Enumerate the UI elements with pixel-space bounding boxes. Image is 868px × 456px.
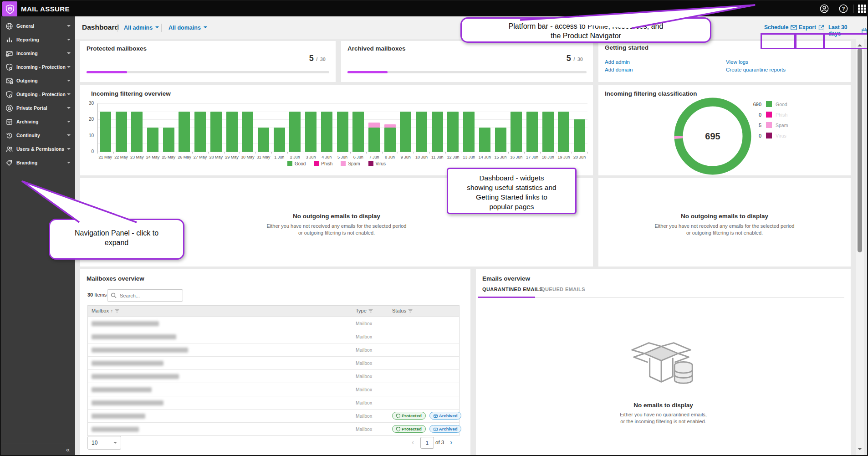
- date-range-button[interactable]: Last 30 days: [828, 24, 867, 37]
- bar-chart-legend: GoodPhishSpamVirus: [80, 161, 593, 166]
- x-axis-tick: 29 May: [224, 155, 240, 159]
- sidebar-item-users-permissions[interactable]: Users & Permissions: [1, 142, 75, 156]
- mailbox-type: Mailbox: [356, 400, 372, 405]
- chevron-down-icon: [67, 52, 71, 56]
- platform-bar: MAIL ASSURE ?: [1, 1, 867, 16]
- legend-item-virus: Virus: [368, 161, 386, 166]
- x-axis-tick: 17 Jun: [524, 155, 540, 159]
- x-axis-tick: 24 May: [145, 155, 161, 159]
- callout-navigation-panel: Navigation Panel - click toexpand: [49, 219, 184, 260]
- table-row[interactable]: Mailbox: [88, 330, 459, 343]
- x-axis-tick: 31 May: [255, 155, 271, 159]
- add-domain-link[interactable]: Add domain: [605, 67, 633, 72]
- vertical-scrollbar[interactable]: [856, 39, 864, 455]
- sidebar-item-outgoing[interactable]: Outgoing: [1, 74, 75, 87]
- x-axis-tick: 3 Jun: [303, 155, 319, 159]
- mailbox-type: Mailbox: [356, 347, 372, 353]
- scroll-down-arrow[interactable]: [858, 448, 862, 452]
- add-admin-link[interactable]: Add admin: [605, 59, 630, 65]
- sidebar-item-incoming[interactable]: Incoming: [1, 46, 75, 60]
- sidebar-item-outgoing-protection[interactable]: Outgoing - Protection: [1, 87, 75, 101]
- sidebar-item-branding[interactable]: Branding: [1, 156, 75, 169]
- scroll-up-arrow[interactable]: [858, 42, 862, 46]
- bar-good: [131, 112, 143, 152]
- table-row[interactable]: Mailbox: [88, 383, 459, 396]
- widget-title: Incoming filtering classification: [605, 90, 697, 97]
- header-divider: [794, 24, 794, 32]
- mailbox-type: Mailbox: [356, 321, 372, 326]
- x-axis-tick: 10 Jun: [414, 155, 429, 159]
- domains-filter-dropdown[interactable]: All domains: [168, 25, 207, 31]
- sidebar-item-incoming-protection[interactable]: Incoming - Protection: [1, 60, 75, 74]
- help-icon[interactable]: ?: [839, 4, 848, 13]
- y-axis-tick: 20: [80, 117, 94, 122]
- table-row[interactable]: MailboxProtectedArchived: [88, 423, 459, 436]
- search-input-wrap: [107, 289, 183, 302]
- scrollbar-thumb[interactable]: [858, 48, 862, 252]
- chevron-down-icon: [67, 66, 71, 70]
- bar-good: [147, 128, 158, 152]
- column-header-type[interactable]: Type: [356, 308, 373, 313]
- collapse-sidebar-button[interactable]: «: [66, 446, 70, 453]
- table-row[interactable]: Mailbox: [88, 396, 459, 410]
- chevron-down-icon: [67, 121, 71, 124]
- filter-icon[interactable]: [115, 308, 119, 313]
- tab-queued-emails[interactable]: QUEUED EMAILS: [541, 287, 585, 292]
- bar-good: [574, 119, 585, 152]
- filter-icon[interactable]: [368, 308, 373, 313]
- create-quarantine-reports-link[interactable]: Create quarantine reports: [726, 67, 786, 72]
- mailbox-name-redacted: [92, 427, 139, 432]
- export-button[interactable]: Export: [799, 24, 824, 31]
- column-header-mailbox[interactable]: Mailbox ↑: [92, 308, 119, 313]
- sidebar-item-label: Outgoing: [16, 78, 38, 83]
- sidebar-item-label: Branding: [16, 160, 37, 165]
- bar-good: [321, 112, 332, 152]
- classification-legend-good: 690Good: [743, 99, 788, 109]
- tab-quarantined-emails[interactable]: QUARANTINED EMAILS: [482, 287, 543, 292]
- mailbox-name-redacted: [92, 414, 145, 419]
- table-row[interactable]: Mailbox: [88, 343, 459, 357]
- sidebar-item-archiving[interactable]: Archiving: [1, 115, 75, 128]
- x-axis-tick: 25 May: [161, 155, 177, 159]
- filter-icon[interactable]: [408, 308, 413, 313]
- emails-overview-widget: Emails overview QUARANTINED EMAILS QUEUE…: [476, 269, 851, 456]
- product-navigator-icon[interactable]: [858, 4, 867, 13]
- x-axis-tick: 14 Jun: [477, 155, 493, 159]
- profile-icon[interactable]: [820, 4, 829, 13]
- sidebar-item-label: Continuity: [16, 133, 40, 138]
- status-badge-archived: Archived: [429, 412, 462, 420]
- bar-good: [542, 112, 554, 152]
- x-axis-tick: 27 May: [192, 155, 208, 159]
- table-row[interactable]: MailboxProtectedArchived: [88, 410, 459, 423]
- sidebar-item-label: Incoming: [16, 51, 38, 56]
- table-row[interactable]: Mailbox: [88, 357, 459, 370]
- table-row[interactable]: Mailbox: [88, 317, 459, 330]
- sidebar-item-general[interactable]: General: [1, 19, 75, 33]
- bar-good: [194, 112, 206, 152]
- admins-filter-dropdown[interactable]: All admins: [124, 25, 159, 31]
- page-number-input[interactable]: [420, 437, 434, 449]
- bar-good: [163, 128, 174, 152]
- mail-outgoing-icon: [5, 77, 13, 85]
- search-input[interactable]: [119, 292, 171, 299]
- schedule-button[interactable]: Schedule: [764, 24, 797, 31]
- mailbox-type: Mailbox: [356, 426, 372, 432]
- column-header-status[interactable]: Status: [392, 308, 413, 313]
- table-row[interactable]: Mailbox: [88, 370, 459, 383]
- prev-page-button[interactable]: ‹: [412, 438, 414, 446]
- next-page-button[interactable]: ›: [450, 438, 452, 446]
- sidebar-item-reporting[interactable]: Reporting: [1, 33, 75, 46]
- bar-good: [479, 128, 490, 152]
- sidebar-item-private-portal[interactable]: Private Portal: [1, 101, 75, 115]
- classification-legend-virus: 0Virus: [743, 130, 788, 141]
- mailboxes-table: Mailbox ↑ Type Status MailboxMailboxMail…: [87, 305, 460, 436]
- page-size-select[interactable]: 10: [87, 436, 121, 450]
- view-logs-link[interactable]: View logs: [726, 59, 748, 65]
- y-axis-tick: 0: [80, 149, 94, 154]
- sidebar-item-continuity[interactable]: Continuity: [1, 128, 75, 142]
- bar-good: [100, 112, 111, 152]
- users-icon: [5, 145, 13, 153]
- callout-platform-bar: Platform bar - access to Profile, Resour…: [460, 17, 711, 43]
- classification-legend-spam: 5Spam: [743, 120, 788, 130]
- chevron-down-icon: [113, 442, 117, 446]
